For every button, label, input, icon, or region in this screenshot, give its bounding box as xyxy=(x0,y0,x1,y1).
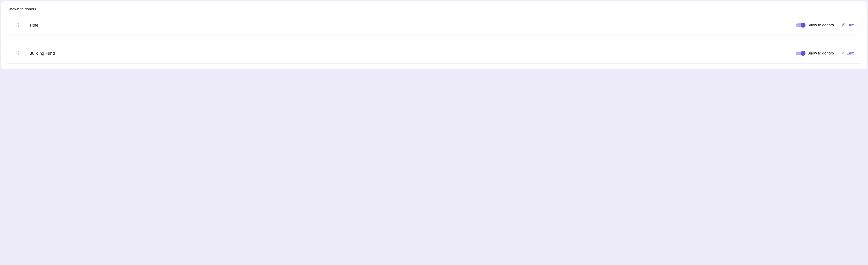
fund-name-label: Tithe xyxy=(29,23,796,28)
drag-handle-icon[interactable] xyxy=(17,52,19,55)
fund-card: Tithe Show to donors Edit xyxy=(7,15,861,35)
show-to-donors-toggle[interactable] xyxy=(796,52,805,55)
funds-panel: Shown to donors Tithe Show to donors Edi… xyxy=(1,1,867,69)
fund-card: Building Fund Show to donors Edit xyxy=(7,43,861,64)
toggle-label: Show to donors xyxy=(807,51,834,56)
pencil-icon xyxy=(841,23,845,27)
show-to-donors-toggle-group: Show to donors xyxy=(796,51,834,56)
edit-button[interactable]: Edit xyxy=(841,51,854,56)
show-to-donors-toggle[interactable] xyxy=(796,24,805,27)
toggle-label: Show to donors xyxy=(807,23,834,27)
section-title: Shown to donors xyxy=(8,7,861,11)
show-to-donors-toggle-group: Show to donors xyxy=(796,23,834,27)
toggle-knob xyxy=(801,23,806,28)
fund-name-label: Building Fund xyxy=(29,51,796,56)
edit-button[interactable]: Edit xyxy=(841,23,854,27)
pencil-icon xyxy=(841,51,845,56)
toggle-knob xyxy=(801,51,806,56)
fund-card-list: Tithe Show to donors Edit Building Fund xyxy=(7,15,861,64)
edit-button-label: Edit xyxy=(846,51,854,56)
edit-button-label: Edit xyxy=(846,23,854,27)
drag-handle-icon[interactable] xyxy=(17,23,19,27)
